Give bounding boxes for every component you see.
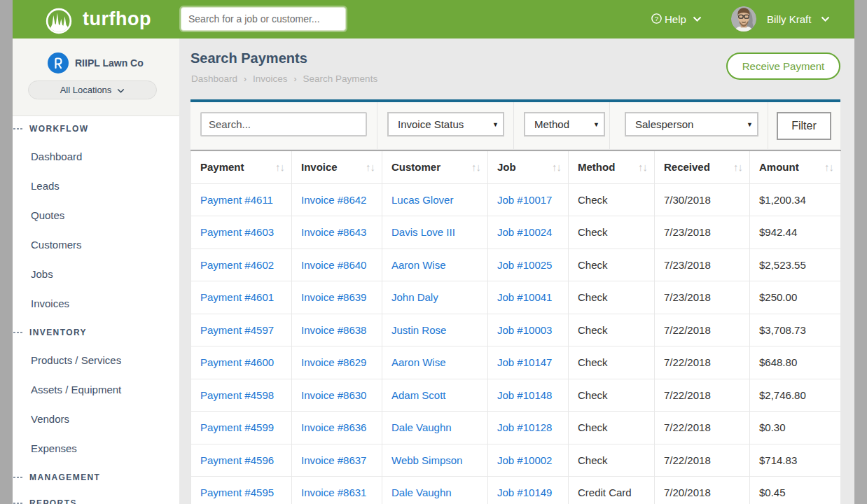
svg-text:?: ? — [655, 15, 658, 22]
